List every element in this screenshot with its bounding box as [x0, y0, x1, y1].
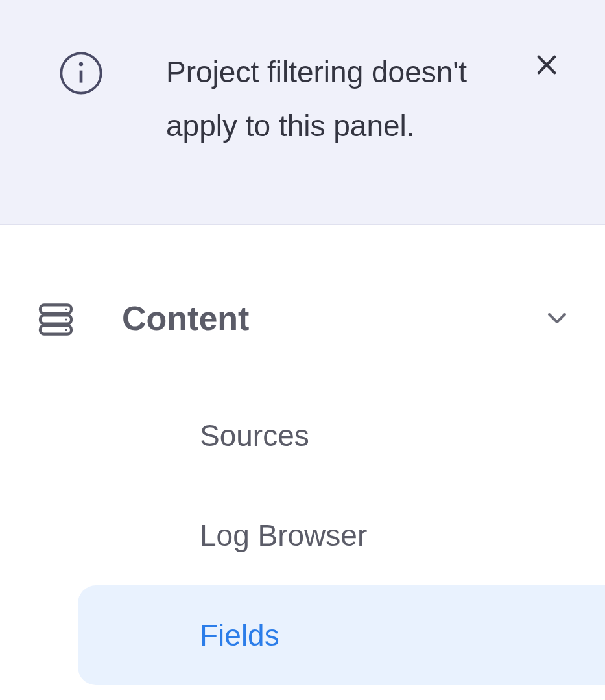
svg-point-9	[65, 318, 67, 320]
chevron-down-icon	[541, 303, 573, 334]
info-banner-message: Project filtering doesn't apply to this …	[166, 45, 579, 153]
database-icon	[35, 299, 77, 340]
close-icon	[533, 51, 560, 78]
close-banner-button[interactable]	[527, 45, 566, 84]
info-icon	[58, 51, 104, 96]
section-title: Content	[122, 299, 541, 338]
sidebar-item-log-browser[interactable]: Log Browser	[78, 485, 605, 585]
nav-list: Sources Log Browser Fields	[0, 386, 605, 685]
sidebar-item-sources[interactable]: Sources	[78, 386, 605, 485]
svg-point-10	[65, 329, 67, 331]
sidebar-item-fields[interactable]: Fields	[78, 585, 605, 685]
info-banner: Project filtering doesn't apply to this …	[0, 0, 605, 225]
section-header-content[interactable]: Content	[0, 296, 605, 340]
svg-point-2	[79, 62, 83, 66]
sidebar-section-content: Content Sources Log Browser Fields	[0, 225, 605, 685]
svg-point-8	[65, 308, 67, 310]
